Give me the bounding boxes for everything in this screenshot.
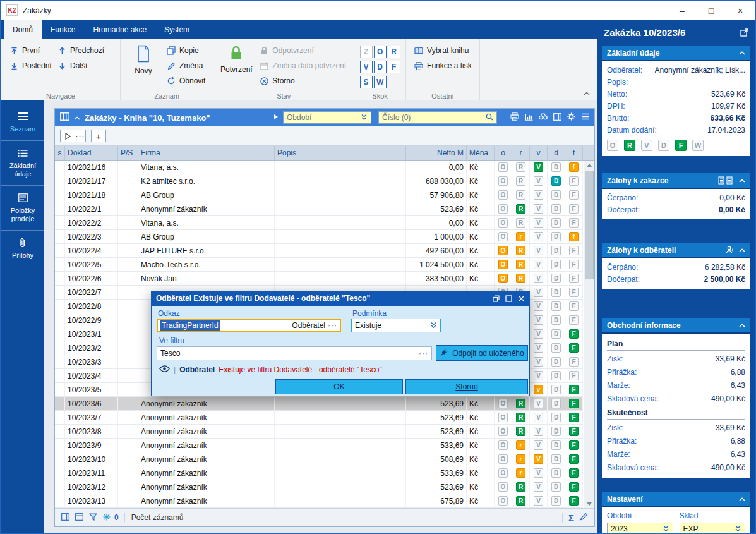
ribbon-button-další[interactable]: Další: [54, 58, 115, 73]
ribbon-button-funkce-a-tisk[interactable]: Funkce a tisk: [411, 58, 474, 73]
skok-letter-d[interactable]: D: [374, 61, 387, 73]
collapse-icon[interactable]: [739, 51, 745, 55]
dropdown-icon[interactable]: [430, 321, 437, 331]
skok-letter-v[interactable]: V: [360, 61, 373, 73]
vertical-scrollbar[interactable]: [584, 161, 594, 508]
run-button[interactable]: [60, 130, 75, 142]
table-row[interactable]: 10/2021/17K2 atmitec s.r.o.688 030,00KčO…: [55, 174, 583, 188]
table-row[interactable]: 10/2022/2Vitana, a.s.0,00KčORVDF: [55, 216, 583, 230]
person-icon[interactable]: [726, 246, 735, 254]
print-icon[interactable]: [510, 112, 519, 123]
add-button[interactable]: +: [91, 130, 106, 142]
collapse-grid-icon[interactable]: [74, 113, 80, 122]
chart-icon[interactable]: [525, 113, 533, 123]
sidebar-item-seznam[interactable]: Seznam: [1, 104, 44, 141]
column-header-popis[interactable]: Popis: [275, 146, 406, 160]
scroll-down-icon[interactable]: [584, 499, 594, 508]
section-header-obchodni[interactable]: Obchodní informace: [602, 318, 750, 334]
skok-letter-s[interactable]: S: [360, 76, 373, 88]
column-header-v[interactable]: v: [530, 146, 548, 160]
table-row[interactable]: 10/2022/1Anonymní zákazník523,69KčORVDF: [55, 202, 583, 216]
run-options-button[interactable]: ···: [75, 130, 86, 142]
section-header-nastaveni[interactable]: Nastavení: [602, 492, 750, 507]
column-header-doklad[interactable]: Doklad: [65, 146, 118, 160]
menu-icon[interactable]: [581, 113, 589, 122]
play-icon[interactable]: [273, 113, 279, 122]
collapse-icon[interactable]: [739, 179, 745, 183]
table-row[interactable]: 10/2023/7Anonymní zákazník523,69KčORVDF: [55, 411, 583, 425]
sidebar-item-základní-údaje[interactable]: Základní údaje: [1, 141, 44, 186]
ribbon-button-storno[interactable]: Storno: [256, 73, 349, 88]
ve-filtru-field[interactable]: Tesco ···: [157, 346, 432, 360]
ribbon-button-kopie[interactable]: Kopie: [164, 43, 208, 58]
tab-domů[interactable]: Domů: [4, 20, 42, 39]
ribbon-button-vybrat-knihu[interactable]: Vybrat knihu: [411, 43, 474, 58]
skok-letter-o[interactable]: O: [374, 46, 387, 58]
ribbon-button-změna[interactable]: Změna: [164, 58, 208, 73]
column-header-firma[interactable]: Firma: [138, 146, 275, 160]
record-count-label[interactable]: Počet záznamů: [124, 513, 184, 522]
column-header-s[interactable]: s: [55, 146, 65, 160]
sklad-select[interactable]: EXP: [680, 523, 746, 533]
eye-icon[interactable]: [159, 365, 170, 374]
section-header-zalohy-zakazka[interactable]: Zálohy k zakázce: [602, 173, 750, 189]
card-view-icon[interactable]: [75, 513, 83, 523]
dialog-maximize-icon[interactable]: [505, 295, 512, 302]
columns-icon[interactable]: [553, 113, 561, 123]
skok-letter-w[interactable]: W: [374, 76, 387, 88]
sidebar-item-položky-prodeje[interactable]: Položky prodeje: [1, 186, 44, 231]
pages-icon[interactable]: [718, 176, 735, 185]
ribbon-button-předchozí[interactable]: Předchozí: [54, 43, 115, 58]
filter-obdobi[interactable]: Období: [283, 111, 371, 124]
sidebar-item-přílohy[interactable]: Přílohy: [1, 231, 44, 267]
restore-icon[interactable]: [493, 295, 500, 302]
table-row[interactable]: 10/2023/9Anonymní zákazník533,69KčOrVDF: [55, 439, 583, 452]
table-row[interactable]: 10/2023/11Anonymní zákazník533,69KčOrVDF: [55, 466, 583, 480]
tab-funkce[interactable]: Funkce: [42, 20, 84, 39]
collapse-icon[interactable]: [739, 248, 745, 252]
scroll-thumb[interactable]: [585, 171, 594, 279]
section-header-zakladni[interactable]: Základní údaje: [602, 46, 750, 61]
tab-hromadné-akce[interactable]: Hromadné akce: [84, 20, 155, 39]
section-header-zalohy-odberatel[interactable]: Zálohy k odběrateli: [602, 243, 750, 258]
table-row[interactable]: 10/2023/12Anonymní zákazník523,69KčORVDF: [55, 480, 583, 494]
ribbon-collapse-button[interactable]: [581, 89, 592, 98]
table-row[interactable]: 10/2023/10Anonymní zákazník508,69KčOrVDF: [55, 452, 583, 466]
maximize-button[interactable]: □: [697, 1, 726, 20]
more-icon[interactable]: ···: [328, 321, 337, 330]
ribbon-button-první[interactable]: První: [6, 43, 54, 58]
odkaz-field[interactable]: TradingPartnerId Odběratel ···: [157, 319, 341, 332]
filter-cislo[interactable]: Číslo (0): [378, 111, 497, 124]
obdobi-select[interactable]: 2023: [607, 523, 673, 533]
snowflake-icon[interactable]: [103, 513, 111, 523]
dropdown-icon[interactable]: [735, 525, 741, 533]
ok-button[interactable]: OK: [275, 379, 403, 394]
filter-icon[interactable]: [89, 513, 97, 523]
podminka-select[interactable]: Existuje: [351, 319, 441, 332]
table-row[interactable]: 10/2023/13Anonymní zákazník675,89KčORVDF: [55, 494, 583, 508]
dropdown-icon[interactable]: [663, 525, 669, 533]
table-row[interactable]: 10/2023/8Anonymní zákazník523,69KčORVDF: [55, 425, 583, 439]
tab-systém[interactable]: Systém: [155, 20, 198, 39]
collapse-icon[interactable]: [739, 324, 745, 327]
table-row[interactable]: 10/2022/5Macho-Tech s.r.o.1 024 500,00Kč…: [55, 258, 583, 272]
dialog-titlebar[interactable]: Odběratel Existuje ve filtru Dodavatelé …: [151, 291, 530, 306]
edit-icon[interactable]: [580, 513, 588, 523]
minimize-button[interactable]: –: [668, 1, 697, 20]
table-row[interactable]: 10/2021/16Vitana, a.s.0,00KčORVDf: [55, 161, 583, 174]
sum-icon[interactable]: Σ: [568, 513, 574, 523]
column-header-netto-m[interactable]: Netto M: [406, 146, 467, 160]
column-header-p-s[interactable]: P/S: [118, 146, 138, 160]
external-link-icon[interactable]: [740, 28, 748, 37]
more-icon[interactable]: ···: [419, 349, 428, 358]
gear-icon[interactable]: [567, 112, 575, 123]
column-header-o[interactable]: o: [495, 146, 512, 160]
table-row[interactable]: 10/2022/6Novák Jan383 500,00KčORVDF: [55, 272, 583, 286]
table-row[interactable]: 10/2023/6Anonymní zákazník523,69KčORVDF: [55, 397, 583, 411]
dialog-close-icon[interactable]: [518, 295, 525, 302]
table-row[interactable]: 10/2022/4JAP FUTURE s.r.o.492 600,00KčOR…: [55, 244, 583, 258]
ribbon-button-obnovit[interactable]: Obnovit: [164, 73, 208, 88]
columns-view-icon[interactable]: [61, 513, 69, 523]
odpojit-button[interactable]: Odpojit od uloženého: [436, 345, 528, 361]
binoculars-icon[interactable]: [539, 113, 548, 122]
